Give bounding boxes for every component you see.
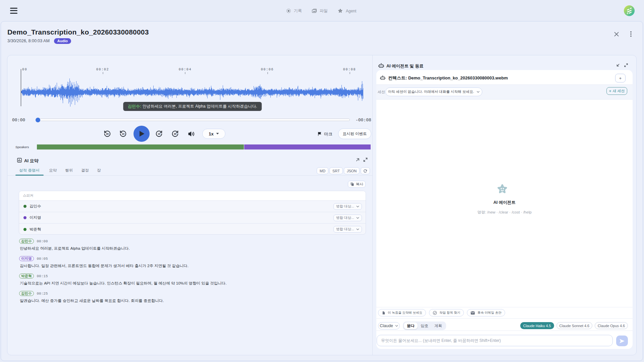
svg-text:30: 30 <box>106 132 109 135</box>
svg-text:10: 10 <box>122 132 124 135</box>
svg-text:10: 10 <box>158 132 160 135</box>
svg-text:30: 30 <box>174 132 176 135</box>
